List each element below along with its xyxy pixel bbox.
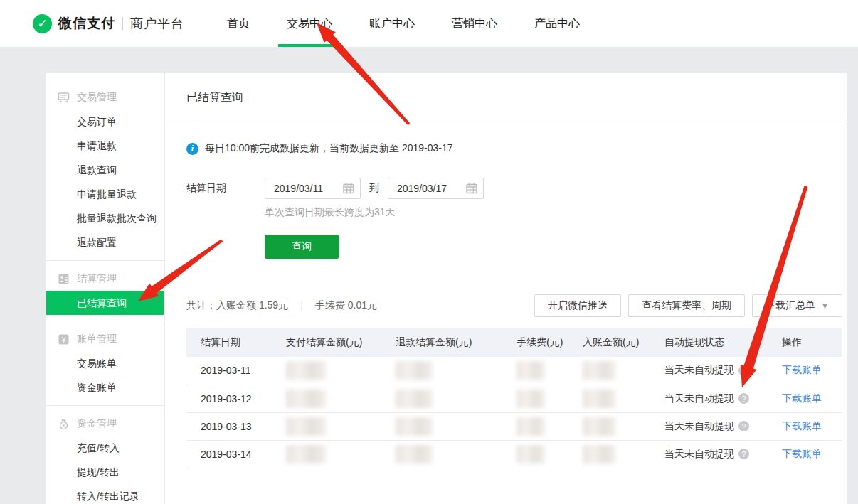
status-text: 当天未自动提现 — [664, 392, 734, 405]
redacted-value — [517, 390, 545, 408]
sidebar-header-transaction-mgmt: 交易管理 — [46, 85, 164, 109]
sidebar-header-bill-mgmt: ¥ 账单管理 — [46, 327, 164, 351]
status-text: 当天未自动提现 — [664, 420, 734, 433]
download-bill-link[interactable]: 下载账单 — [782, 392, 822, 404]
redacted-value — [396, 361, 433, 380]
sidebar-divider — [46, 321, 164, 321]
summary-fee: 手续费 0.01元 — [315, 299, 377, 311]
help-icon[interactable]: ? — [738, 365, 749, 376]
status-text: 当天未自动提现 — [664, 364, 734, 377]
download-bill-link[interactable]: 下载账单 — [782, 448, 822, 459]
calendar-icon[interactable] — [343, 183, 354, 194]
sidebar-section-bills: ¥ 账单管理 交易账单 资金账单 — [46, 327, 164, 400]
date-filter-row: 结算日期 2019/03/11 到 2019/03/17 — [186, 178, 842, 199]
sidebar-item-withdraw-transfer-out[interactable]: 提现/转出 — [46, 460, 164, 484]
logo[interactable]: ✓ 微信支付 商户平台 — [33, 0, 184, 47]
col-operation: 操作 — [773, 328, 842, 357]
sidebar-header-label: 交易管理 — [77, 91, 117, 104]
redacted-value — [517, 361, 545, 380]
col-refund-settle-amount: 退款结算金额(元) — [387, 328, 508, 357]
status-text: 当天未自动提现 — [664, 448, 734, 461]
table-row: 2019-03-13 当天未自动提现? 下载账单 — [186, 412, 842, 440]
nav-home-label: 首页 — [227, 16, 250, 31]
col-settle-date: 结算日期 — [186, 328, 277, 357]
date-to-label: 到 — [369, 182, 379, 195]
date-from-value: 2019/03/11 — [274, 183, 323, 194]
top-header: ✓ 微信支付 商户平台 首页 交易中心 账户中心 营销中心 产品 — [0, 0, 858, 47]
sidebar: 交易管理 交易订单 申请退款 退款查询 申请批量退款 批量退款批次查询 退款配置… — [46, 73, 164, 504]
nav-home[interactable]: 首页 — [208, 0, 268, 47]
help-icon[interactable]: ? — [738, 393, 749, 404]
redacted-value — [583, 417, 615, 436]
sidebar-section-settlement: 结算管理 已结算查询 — [46, 267, 164, 315]
redacted-value — [396, 390, 433, 408]
table-header-row: 结算日期 支付结算金额(元) 退款结算金额(元) 手续费(元) 入账金额(元) … — [186, 328, 842, 357]
sidebar-item-recharge-transfer-in[interactable]: 充值/转入 — [46, 436, 164, 460]
active-tab-underline — [278, 44, 341, 47]
col-income-amount: 入账金额(元) — [574, 328, 656, 357]
calculator-icon — [58, 273, 70, 285]
sidebar-item-refund-query[interactable]: 退款查询 — [46, 158, 164, 182]
top-nav: 首页 交易中心 账户中心 营销中心 产品中心 — [208, 0, 598, 47]
help-icon[interactable]: ? — [738, 421, 749, 431]
sidebar-item-transfer-records[interactable]: 转入/转出记录 — [46, 484, 164, 504]
col-fee: 手续费(元) — [508, 328, 574, 357]
date-to-value: 2019/03/17 — [397, 183, 447, 194]
date-to-input[interactable]: 2019/03/17 — [388, 178, 484, 199]
sidebar-section-transactions: 交易管理 交易订单 申请退款 退款查询 申请批量退款 批量退款批次查询 退款配置 — [46, 85, 164, 254]
sidebar-item-settled-query[interactable]: 已结算查询 — [46, 291, 164, 315]
download-summary-button[interactable]: 下载汇总单 ▼ — [752, 294, 842, 317]
redacted-value — [583, 361, 615, 380]
svg-text:¥: ¥ — [60, 335, 66, 343]
cell-date: 2019-03-12 — [186, 385, 277, 412]
wechat-pay-logo-icon: ✓ — [33, 14, 52, 33]
view-settlement-rate-button[interactable]: 查看结算费率、周期 — [628, 294, 745, 317]
info-icon: i — [186, 143, 198, 155]
redacted-value — [517, 417, 545, 436]
cell-date: 2019-03-14 — [186, 440, 277, 468]
sidebar-section-funds: ¥ 资金管理 充值/转入 提现/转出 转入/转出记录 — [46, 412, 164, 504]
sidebar-item-batch-refund-query[interactable]: 批量退款批次查询 — [46, 206, 164, 230]
help-icon[interactable]: ? — [738, 449, 749, 459]
sidebar-item-refund-config[interactable]: 退款配置 — [46, 230, 164, 254]
nav-marketing-center-label: 营销中心 — [452, 16, 497, 31]
date-from-input[interactable]: 2019/03/11 — [265, 178, 361, 199]
table-row: 2019-03-14 当天未自动提现? 下载账单 — [186, 440, 842, 468]
sidebar-item-apply-refund[interactable]: 申请退款 — [46, 134, 164, 158]
wechat-pay-merchant-page: ✓ 微信支付 商户平台 首页 交易中心 账户中心 营销中心 产品 — [0, 0, 858, 504]
sidebar-header-label: 资金管理 — [77, 417, 117, 430]
summary-separator: ｜ — [297, 299, 307, 311]
nav-product-center[interactable]: 产品中心 — [516, 0, 598, 47]
download-bill-link[interactable]: 下载账单 — [782, 420, 822, 431]
redacted-value — [583, 445, 615, 463]
col-auto-withdraw-status: 自动提现状态 — [656, 328, 773, 357]
sidebar-item-fund-bill[interactable]: 资金账单 — [46, 375, 164, 400]
sidebar-header-label: 账单管理 — [77, 333, 117, 345]
sidebar-item-batch-refund[interactable]: 申请批量退款 — [46, 182, 164, 206]
download-summary-label: 下载汇总单 — [766, 299, 815, 312]
date-range-label: 结算日期 — [186, 182, 265, 195]
nav-transaction-center[interactable]: 交易中心 — [268, 0, 351, 47]
redacted-value — [286, 445, 326, 463]
redacted-value — [286, 417, 326, 436]
nav-product-center-label: 产品中心 — [534, 16, 580, 31]
cell-date: 2019-03-13 — [186, 412, 277, 440]
enable-wechat-push-button[interactable]: 开启微信推送 — [534, 294, 621, 317]
redacted-value — [286, 361, 326, 380]
brand-suffix: 商户平台 — [130, 15, 184, 32]
sidebar-item-trade-bill[interactable]: 交易账单 — [46, 351, 164, 375]
summary-prefix: 共计： — [186, 299, 216, 311]
brand-divider — [122, 17, 123, 30]
settlement-table: 结算日期 支付结算金额(元) 退款结算金额(元) 手续费(元) 入账金额(元) … — [186, 328, 842, 468]
nav-account-center[interactable]: 账户中心 — [351, 0, 433, 47]
sidebar-item-trade-orders[interactable]: 交易订单 — [46, 109, 164, 134]
download-bill-link[interactable]: 下载账单 — [782, 364, 822, 375]
redacted-value — [396, 417, 433, 436]
query-button[interactable]: 查询 — [265, 235, 339, 259]
redacted-value — [583, 390, 615, 408]
chevron-down-icon: ▼ — [821, 301, 829, 310]
calendar-icon[interactable] — [466, 183, 477, 194]
nav-account-center-label: 账户中心 — [369, 16, 415, 31]
sidebar-divider — [46, 260, 164, 261]
nav-marketing-center[interactable]: 营销中心 — [433, 0, 516, 47]
